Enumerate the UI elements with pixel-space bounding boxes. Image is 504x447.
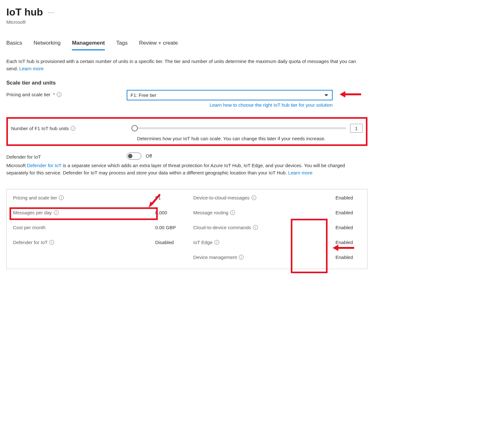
defender-description: Microsoft Defender for IoT is a separate… (6, 162, 367, 176)
units-value[interactable]: 1 (350, 124, 363, 133)
info-icon[interactable]: i (214, 240, 219, 245)
summary-routing-value: Enabled (335, 210, 361, 215)
tabs: Basics Networking Management Tags Review… (6, 37, 367, 50)
defender-toggle-state: Off (146, 153, 152, 159)
required-star: * (53, 92, 55, 97)
intro-text: Each IoT hub is provisioned with a certa… (6, 58, 367, 72)
summary-cost-value: 0.00 GBP (155, 225, 181, 230)
summary-defender-value: Disabled (155, 240, 181, 245)
summary-c2d-label: Cloud-to-device commands (193, 225, 251, 230)
summary-defender-label: Defender for IoT (13, 240, 48, 245)
summary-mgmt-value: Enabled (335, 255, 361, 260)
pricing-tier-label: Pricing and scale tier (6, 92, 50, 97)
info-icon[interactable]: i (59, 195, 64, 200)
defender-learn-more-link[interactable]: Learn more (288, 170, 313, 175)
summary-routing-label: Message routing (193, 210, 228, 215)
summary-messages-value: 8,000 (155, 210, 181, 215)
summary-cost-label: Cost per month (13, 225, 46, 230)
annotation-arrow (147, 193, 163, 210)
tier-help-link[interactable]: Learn how to choose the right IoT hub ti… (210, 102, 333, 108)
info-icon[interactable]: i (253, 225, 258, 230)
info-icon[interactable]: i (57, 92, 61, 97)
intro-body: Each IoT hub is provisioned with a certa… (6, 59, 356, 71)
more-icon[interactable]: ··· (48, 9, 54, 16)
tab-basics[interactable]: Basics (6, 37, 22, 50)
annotation-highlight-units: Number of F1 IoT hub units i 1 Determine… (6, 117, 367, 146)
learn-more-link[interactable]: Learn more (19, 66, 44, 71)
defender-link[interactable]: Defender for IoT (27, 163, 61, 168)
summary-pricing-label: Pricing and scale tier (13, 195, 57, 200)
summary-edge-label: IoT Edge (193, 240, 213, 245)
defender-label: Defender for IoT (6, 154, 41, 160)
summary-mgmt-label: Device management (193, 255, 237, 260)
page-header: IoT hub ··· Microsoft (6, 6, 367, 25)
info-icon[interactable]: i (71, 126, 75, 131)
summary-d2c-label: Device-to-cloud-messages (193, 195, 250, 200)
tab-review-create[interactable]: Review + create (139, 37, 178, 50)
summary-d2c-value: Enabled (335, 195, 361, 200)
annotation-arrow (333, 245, 354, 251)
annotation-arrow (340, 91, 361, 98)
tab-management[interactable]: Management (72, 37, 105, 50)
pricing-tier-value: F1: Free tier (131, 92, 156, 98)
tab-tags[interactable]: Tags (116, 37, 128, 50)
tab-networking[interactable]: Networking (34, 37, 61, 50)
slider-thumb[interactable] (131, 125, 138, 131)
summary-c2d-value: Enabled (335, 225, 361, 230)
units-slider[interactable] (131, 127, 346, 129)
page-title: IoT hub (6, 6, 43, 18)
annotation-highlight-values (291, 219, 328, 273)
pricing-tier-row: Pricing and scale tier * i F1: Free tier… (6, 90, 367, 108)
page-subtitle: Microsoft (6, 19, 367, 25)
annotation-highlight-messages (10, 207, 158, 220)
info-icon[interactable]: i (252, 195, 256, 200)
summary-edge-value: Enabled (335, 240, 361, 245)
info-icon[interactable]: i (239, 255, 244, 260)
info-icon[interactable]: i (230, 210, 235, 215)
defender-toggle[interactable] (127, 153, 141, 160)
units-caption: Determines how your IoT hub can scale. Y… (11, 136, 363, 141)
pricing-tier-select[interactable]: F1: Free tier (127, 90, 333, 100)
scale-heading: Scale tier and units (6, 80, 367, 86)
info-icon[interactable]: i (49, 240, 54, 245)
defender-desc-prefix: Microsoft (6, 163, 27, 168)
units-label: Number of F1 IoT hub units (11, 126, 69, 131)
